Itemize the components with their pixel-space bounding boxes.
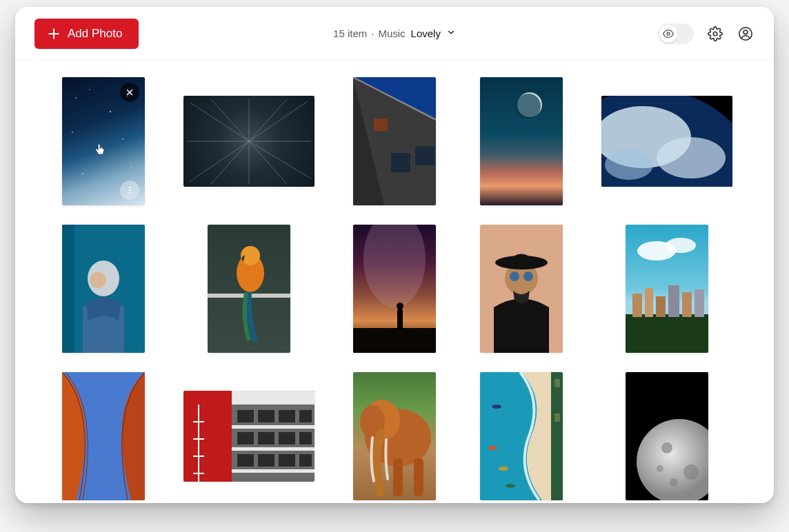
svg-point-54 [397, 303, 403, 309]
photo-thumb[interactable] [353, 77, 436, 205]
svg-rect-68 [183, 391, 232, 482]
settings-button[interactable] [706, 25, 724, 43]
separator: · [371, 28, 374, 39]
photo-thumb[interactable] [480, 77, 563, 205]
svg-rect-84 [232, 447, 314, 451]
photo-thumb[interactable] [626, 372, 708, 500]
svg-line-30 [211, 141, 249, 184]
svg-rect-95 [414, 458, 423, 496]
svg-rect-77 [279, 432, 295, 444]
svg-rect-62 [632, 294, 642, 317]
remove-photo-button[interactable] [120, 83, 139, 102]
svg-point-18 [129, 190, 130, 191]
svg-point-2 [667, 32, 670, 35]
svg-point-50 [241, 246, 260, 265]
svg-rect-66 [682, 292, 692, 317]
svg-rect-80 [258, 454, 274, 467]
svg-point-11 [99, 152, 100, 153]
svg-point-7 [89, 89, 90, 90]
svg-point-105 [661, 442, 672, 453]
chevron-down-icon[interactable] [446, 28, 456, 39]
photo-thumb[interactable] [183, 391, 314, 482]
svg-point-13 [82, 173, 83, 174]
svg-rect-70 [232, 391, 314, 405]
svg-rect-64 [656, 296, 666, 317]
svg-rect-52 [353, 328, 436, 353]
svg-point-40 [516, 94, 541, 119]
add-photo-button[interactable]: Add Photo [34, 19, 139, 49]
photo-thumb[interactable] [353, 225, 436, 353]
right-controls [658, 23, 755, 44]
photo-thumb[interactable] [183, 96, 314, 187]
photo-thumb[interactable] [601, 96, 732, 187]
svg-rect-76 [258, 432, 274, 444]
svg-rect-45 [62, 225, 74, 353]
item-count: 15 item [333, 28, 367, 39]
photo-more-button[interactable] [120, 181, 139, 200]
photo-thumb[interactable] [208, 225, 290, 353]
svg-point-51 [363, 225, 426, 307]
svg-rect-53 [397, 309, 403, 329]
photo-thumb[interactable] [62, 77, 145, 205]
svg-rect-83 [232, 425, 314, 429]
svg-point-102 [499, 467, 508, 471]
svg-point-106 [683, 464, 699, 480]
svg-rect-67 [695, 289, 704, 317]
svg-rect-71 [237, 410, 254, 422]
topbar: Add Photo 15 item · Music Lovely [15, 7, 774, 61]
svg-point-100 [492, 405, 501, 409]
plus-icon [47, 27, 61, 41]
svg-point-57 [510, 272, 519, 281]
svg-rect-81 [279, 454, 295, 467]
svg-rect-85 [232, 469, 314, 473]
svg-rect-36 [391, 153, 410, 172]
svg-line-31 [249, 141, 287, 184]
svg-rect-72 [258, 410, 274, 422]
svg-rect-82 [299, 454, 312, 467]
gear-icon [708, 26, 723, 41]
svg-point-12 [122, 139, 123, 140]
svg-point-103 [506, 484, 515, 488]
svg-point-60 [666, 238, 696, 253]
svg-rect-73 [279, 410, 295, 422]
photo-thumb[interactable] [626, 225, 708, 353]
photo-thumb[interactable] [480, 225, 563, 353]
svg-point-10 [72, 132, 73, 133]
svg-rect-35 [374, 119, 388, 131]
svg-point-58 [523, 272, 533, 281]
svg-rect-78 [299, 432, 312, 444]
header-info[interactable]: 15 item · Music Lovely [333, 28, 456, 39]
svg-rect-99 [555, 413, 560, 422]
svg-line-23 [189, 141, 249, 182]
music-name: Lovely [411, 28, 441, 39]
svg-rect-74 [299, 410, 312, 422]
svg-point-5 [743, 30, 748, 34]
svg-point-107 [670, 478, 678, 487]
svg-point-43 [657, 137, 726, 178]
svg-point-8 [110, 111, 111, 112]
svg-line-29 [249, 99, 287, 141]
svg-point-104 [637, 419, 708, 500]
svg-rect-94 [393, 458, 403, 496]
account-button[interactable] [737, 25, 755, 43]
svg-rect-65 [668, 285, 679, 317]
photo-thumb[interactable] [62, 372, 145, 500]
photo-thumb[interactable] [62, 225, 145, 353]
svg-point-3 [713, 32, 717, 36]
svg-point-6 [75, 97, 77, 99]
svg-point-17 [129, 187, 130, 188]
svg-line-22 [249, 141, 311, 178]
svg-point-44 [605, 150, 653, 180]
svg-rect-61 [626, 314, 708, 353]
close-icon [125, 88, 134, 97]
photo-thumb[interactable] [480, 372, 563, 500]
app-window: Add Photo 15 item · Music Lovely [15, 7, 774, 503]
user-icon [738, 26, 753, 41]
photo-scroll-area[interactable] [15, 61, 774, 503]
svg-rect-63 [645, 288, 653, 317]
svg-point-14 [130, 166, 132, 167]
visibility-toggle[interactable] [658, 23, 694, 44]
svg-rect-98 [555, 379, 560, 387]
svg-point-47 [90, 272, 106, 288]
photo-thumb[interactable] [353, 372, 436, 500]
